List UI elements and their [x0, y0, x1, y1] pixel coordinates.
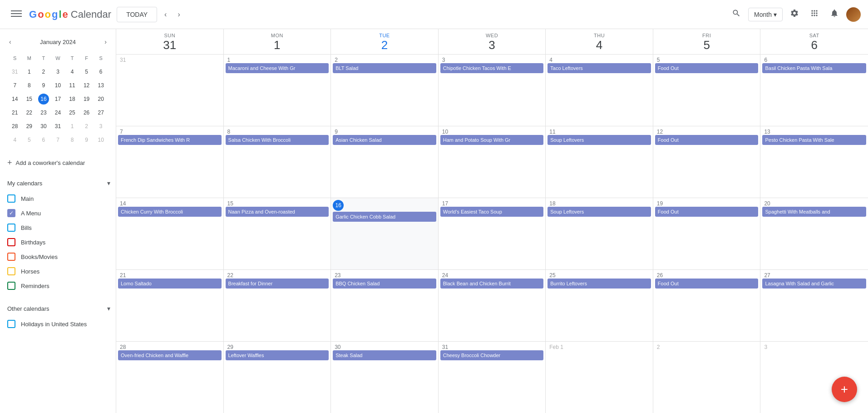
calendar-event[interactable]: Soup Leftovers: [547, 207, 651, 217]
day-header-num[interactable]: 5: [655, 38, 759, 52]
mini-cal-day[interactable]: 8: [65, 134, 79, 146]
calendar-event[interactable]: Pesto Chicken Pasta With Sale: [762, 135, 866, 145]
calendar-event[interactable]: Spaghetti With Meatballs and: [762, 207, 866, 217]
mini-cal-day[interactable]: 15: [23, 93, 36, 105]
calendar-day-cell[interactable]: 27Lasagna With Salad and Garlic: [760, 270, 868, 341]
calendar-event[interactable]: Chipotle Chicken Tacos With E: [440, 63, 544, 73]
mini-cal-day[interactable]: 2: [37, 65, 50, 78]
calendar-event[interactable]: Soup Leftovers: [547, 135, 651, 145]
mini-cal-day[interactable]: 10: [94, 134, 108, 146]
calendar-day-cell[interactable]: 20Spaghetti With Meatballs and: [760, 198, 868, 269]
my-calendar-item[interactable]: Bills: [0, 220, 116, 235]
mini-cal-day[interactable]: 3: [94, 120, 108, 133]
calendar-day-cell[interactable]: 15Naan Pizza and Oven-roasted: [224, 198, 331, 269]
calendar-event[interactable]: Food Out: [655, 63, 759, 73]
calendar-day-cell[interactable]: 28Oven-fried Chicken and Waffle: [116, 342, 224, 413]
calendar-day-cell[interactable]: 9Asian Chicken Salad: [331, 126, 439, 198]
calendar-event[interactable]: Ham and Potato Soup With Gr: [440, 135, 544, 145]
calendar-day-cell[interactable]: 2: [653, 342, 761, 413]
other-calendars-header[interactable]: Other calendars ▾: [0, 300, 116, 317]
mini-cal-day[interactable]: 4: [65, 65, 79, 78]
mini-cal-day[interactable]: 29: [23, 120, 36, 133]
other-calendars-toggle[interactable]: ▾: [105, 303, 112, 314]
mini-cal-day[interactable]: 23: [37, 106, 50, 119]
calendar-day-cell[interactable]: 30Steak Salad: [331, 342, 439, 413]
calendar-day-cell[interactable]: 8Salsa Chicken With Broccoli: [224, 126, 331, 198]
calendar-day-cell[interactable]: Feb 1: [546, 342, 653, 413]
mini-cal-next[interactable]: ›: [103, 36, 108, 47]
calendar-event[interactable]: Burrito Leftovers: [547, 279, 651, 289]
today-button[interactable]: TODAY: [117, 7, 157, 22]
calendar-event[interactable]: BLT Salad: [333, 63, 436, 73]
calendar-day-cell[interactable]: 22Breakfast for Dinner: [224, 270, 331, 341]
menu-button[interactable]: [7, 5, 25, 24]
calendar-day-cell[interactable]: 14Chicken Curry With Broccoli: [116, 198, 224, 269]
calendar-day-cell[interactable]: 18Soup Leftovers: [546, 198, 653, 269]
calendar-day-cell[interactable]: 17World's Easiest Taco Soup: [439, 198, 546, 269]
calendar-day-cell[interactable]: 6Basil Chicken Pasta With Sala: [760, 55, 868, 126]
calendar-event[interactable]: BBQ Chicken Salad: [333, 279, 436, 289]
mini-cal-day[interactable]: 27: [94, 106, 108, 119]
calendar-event[interactable]: Breakfast for Dinner: [226, 279, 329, 289]
mini-cal-day[interactable]: 9: [37, 79, 50, 92]
mini-cal-day[interactable]: 30: [37, 120, 50, 133]
calendar-day-cell[interactable]: 19Food Out: [653, 198, 761, 269]
mini-cal-day[interactable]: 8: [23, 79, 36, 92]
calendar-day-cell[interactable]: 2BLT Salad: [331, 55, 439, 126]
search-button[interactable]: [728, 5, 745, 24]
calendar-event[interactable]: Naan Pizza and Oven-roasted: [226, 207, 329, 217]
mini-cal-day[interactable]: 16: [37, 93, 50, 105]
mini-cal-day[interactable]: 22: [23, 106, 36, 119]
day-header-num[interactable]: 2: [333, 38, 436, 52]
calendar-day-cell[interactable]: 21Lomo Saltado: [116, 270, 224, 341]
calendar-day-cell[interactable]: 29Leftover Waffles: [224, 342, 331, 413]
calendar-day-cell[interactable]: 31Cheesy Broccoli Chowder: [439, 342, 546, 413]
day-header-num[interactable]: 31: [118, 38, 222, 52]
calendar-day-cell[interactable]: 25Burrito Leftovers: [546, 270, 653, 341]
my-calendar-item[interactable]: Birthdays: [0, 235, 116, 249]
my-calendars-header[interactable]: My calendars ▾: [0, 175, 116, 191]
calendar-day-cell[interactable]: 3Chipotle Chicken Tacos With E: [439, 55, 546, 126]
mini-cal-day[interactable]: 5: [80, 65, 94, 78]
mini-cal-day[interactable]: 18: [65, 93, 79, 105]
view-selector[interactable]: Month ▾: [748, 8, 783, 21]
calendar-event[interactable]: Chicken Curry With Broccoli: [118, 207, 222, 217]
google-logo[interactable]: Google Calendar: [29, 9, 111, 20]
calendar-day-cell[interactable]: 5Food Out: [653, 55, 761, 126]
calendar-event[interactable]: Leftover Waffles: [226, 350, 329, 360]
calendar-day-cell[interactable]: 1Macaroni and Cheese With Gr: [224, 55, 331, 126]
calendar-day-cell[interactable]: 10Ham and Potato Soup With Gr: [439, 126, 546, 198]
calendar-day-cell[interactable]: 24Black Bean and Chicken Burrit: [439, 270, 546, 341]
calendar-event[interactable]: Food Out: [655, 207, 759, 217]
calendar-day-cell[interactable]: 26Food Out: [653, 270, 761, 341]
calendar-day-cell[interactable]: 11Soup Leftovers: [546, 126, 653, 198]
calendar-event[interactable]: World's Easiest Taco Soup: [440, 207, 544, 217]
other-calendar-item[interactable]: Holidays in United States: [0, 317, 116, 331]
my-calendar-item[interactable]: Horses: [0, 264, 116, 279]
calendar-event[interactable]: Basil Chicken Pasta With Sala: [762, 63, 866, 73]
mini-cal-day[interactable]: 12: [80, 79, 94, 92]
my-calendar-item[interactable]: Reminders: [0, 279, 116, 293]
next-button[interactable]: ›: [174, 7, 183, 22]
mini-cal-day[interactable]: 6: [37, 134, 50, 146]
calendar-event[interactable]: Food Out: [655, 135, 759, 145]
calendar-event[interactable]: Steak Salad: [333, 350, 436, 360]
calendar-day-cell[interactable]: 12Food Out: [653, 126, 761, 198]
day-header-num[interactable]: 6: [762, 38, 866, 52]
mini-cal-day[interactable]: 13: [94, 79, 108, 92]
prev-button[interactable]: ‹: [161, 7, 170, 22]
mini-cal-day[interactable]: 5: [23, 134, 36, 146]
my-calendars-toggle[interactable]: ▾: [105, 178, 112, 189]
mini-cal-day[interactable]: 1: [23, 65, 36, 78]
day-header-num[interactable]: 3: [440, 38, 544, 52]
mini-cal-day[interactable]: 10: [51, 79, 65, 92]
calendar-event[interactable]: Black Bean and Chicken Burrit: [440, 279, 544, 289]
calendar-event[interactable]: Macaroni and Cheese With Gr: [226, 63, 329, 73]
add-coworker-button[interactable]: + Add a coworker's calendar: [0, 154, 116, 171]
apps-button[interactable]: [806, 5, 823, 24]
calendar-event[interactable]: Salsa Chicken With Broccoli: [226, 135, 329, 145]
calendar-event[interactable]: French Dip Sandwiches With R: [118, 135, 222, 145]
settings-button[interactable]: [786, 5, 803, 24]
my-calendar-item[interactable]: ✓A Menu: [0, 206, 116, 220]
mini-cal-day[interactable]: 4: [8, 134, 22, 146]
